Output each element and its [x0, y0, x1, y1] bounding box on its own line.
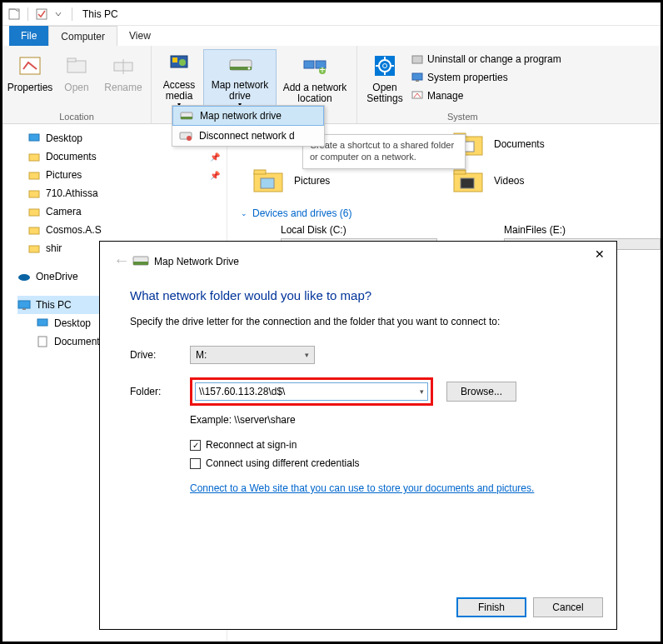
svg-rect-33 — [29, 154, 39, 161]
open-settings-button[interactable]: Open Settings — [362, 49, 407, 109]
folder-label: Documents — [494, 138, 545, 150]
website-link[interactable]: Connect to a Web site that you can use t… — [190, 482, 534, 494]
window-title: This PC — [82, 8, 118, 20]
svg-rect-25 — [412, 73, 422, 80]
svg-rect-36 — [29, 209, 39, 216]
browse-button[interactable]: Browse... — [446, 382, 516, 402]
svg-rect-41 — [22, 308, 26, 310]
drive-network-icon — [227, 53, 253, 77]
svg-rect-43 — [38, 337, 47, 347]
drive-select[interactable]: M: ▾ — [190, 346, 315, 364]
ribbon-group-location: Properties Open Rename Location — [2, 46, 152, 123]
reconnect-checkbox[interactable]: ✓ Reconnect at sign-in — [190, 439, 586, 451]
properties-button[interactable]: Properties — [7, 49, 52, 109]
drive-disconnect-icon — [179, 129, 192, 142]
access-media-button[interactable]: Access media▾ — [157, 49, 202, 109]
dropdown-item-disconnect[interactable]: Disconnect network d — [172, 126, 324, 146]
svg-rect-32 — [29, 134, 39, 141]
svg-rect-24 — [412, 56, 422, 63]
system-properties-button[interactable]: System properties — [409, 69, 563, 86]
svg-point-12 — [248, 67, 251, 70]
cancel-button[interactable]: Cancel — [533, 597, 603, 617]
tree-documents[interactable]: Documents📌 — [17, 147, 227, 166]
tree-label: Desktop — [46, 132, 82, 144]
properties-icon — [17, 52, 43, 79]
monitor-icon — [411, 71, 424, 84]
chevron-down-icon: ▾ — [305, 351, 309, 359]
rename-button[interactable]: Rename — [101, 49, 146, 109]
folder-label: Videos — [494, 175, 524, 187]
desktop-icon — [27, 132, 41, 145]
svg-rect-8 — [172, 57, 177, 62]
properties-label: Properties — [7, 82, 53, 93]
svg-rect-4 — [67, 58, 76, 62]
dropdown-item-map[interactable]: Map network drive — [172, 106, 324, 126]
uninstall-program-button[interactable]: Uninstall or change a program — [409, 51, 563, 67]
dialog-instruction: Specify the drive letter for the connect… — [130, 316, 586, 327]
checkbox-checked-icon[interactable] — [35, 7, 48, 21]
svg-rect-42 — [37, 319, 47, 326]
back-icon[interactable]: ← — [108, 251, 130, 272]
checkbox-unchecked-icon — [190, 458, 201, 469]
svg-rect-1 — [37, 9, 47, 19]
tab-computer[interactable]: Computer — [48, 26, 117, 46]
add-network-location-button[interactable]: + Add a network location — [278, 49, 351, 109]
group-title-location: Location — [7, 110, 146, 122]
tree-label: Documents — [54, 336, 105, 347]
tree-label: 710.Athissa — [46, 187, 98, 199]
finish-button[interactable]: Finish — [456, 597, 526, 617]
manage-icon — [411, 89, 424, 102]
network-location-icon: + — [302, 52, 328, 79]
svg-rect-13 — [304, 61, 314, 68]
folder-input[interactable] — [199, 386, 407, 397]
tab-view[interactable]: View — [117, 26, 162, 46]
map-network-drive-label: Map network drive — [206, 80, 274, 102]
folder-combobox[interactable]: ▾ — [195, 382, 428, 401]
box-icon — [411, 52, 424, 66]
tree-cosmos[interactable]: Cosmos.A.S — [17, 221, 227, 239]
close-button[interactable]: ✕ — [588, 245, 611, 263]
folder-icon — [27, 242, 41, 255]
tree-camera[interactable]: Camera — [17, 202, 227, 221]
map-network-drive-button[interactable]: Map network drive▾ — [203, 49, 277, 109]
svg-point-19 — [383, 64, 387, 68]
manage-label: Manage — [427, 90, 463, 102]
tree-label: Camera — [46, 206, 82, 217]
folder-videos[interactable]: Videos — [452, 162, 652, 199]
folder-icon — [27, 150, 41, 163]
devices-header[interactable]: ⌄Devices and drives (6) — [227, 199, 661, 224]
example-text: Example: \\server\share — [190, 414, 586, 426]
documents-icon — [36, 335, 49, 348]
reconnect-label: Reconnect at sign-in — [206, 439, 297, 451]
tree-pictures[interactable]: Pictures📌 — [17, 166, 227, 184]
group-title-system: System — [362, 110, 563, 122]
folder-highlight: ▾ — [190, 377, 433, 406]
drive-network-icon — [132, 253, 149, 270]
tree-label: shir — [46, 242, 62, 254]
tooltip: Create a shortcut to a shared folder or … — [302, 134, 466, 169]
tree-athissa[interactable]: 710.Athissa — [17, 184, 227, 202]
tab-file[interactable]: File — [9, 26, 48, 46]
chevron-down-icon[interactable]: ▾ — [420, 387, 424, 396]
folder-large-icon — [252, 165, 284, 197]
open-button[interactable]: Open — [54, 49, 99, 109]
manage-button[interactable]: Manage — [409, 87, 563, 104]
svg-rect-2 — [20, 57, 40, 74]
rename-icon — [110, 52, 137, 79]
access-media-label: Access media — [158, 80, 200, 102]
settings-gear-icon — [371, 52, 398, 79]
svg-rect-49 — [261, 178, 274, 188]
svg-rect-52 — [461, 178, 474, 188]
credentials-label: Connect using different credentials — [206, 457, 360, 469]
ribbon-group-system: Open Settings Uninstall or change a prog… — [357, 46, 568, 123]
map-network-drive-dialog: ✕ ← Map Network Drive What network folde… — [99, 241, 617, 630]
tree-label: Pictures — [46, 169, 82, 181]
media-icon — [166, 52, 192, 77]
drive-label: MainFiles (E:) — [504, 224, 661, 238]
add-network-location-label: Add a network location — [280, 82, 350, 104]
credentials-checkbox[interactable]: Connect using different credentials — [190, 457, 586, 469]
folder-icon — [27, 205, 41, 218]
dropdown-icon[interactable] — [52, 7, 65, 21]
onedrive-icon — [17, 270, 31, 283]
folder-documents[interactable]: Documents — [452, 126, 652, 162]
